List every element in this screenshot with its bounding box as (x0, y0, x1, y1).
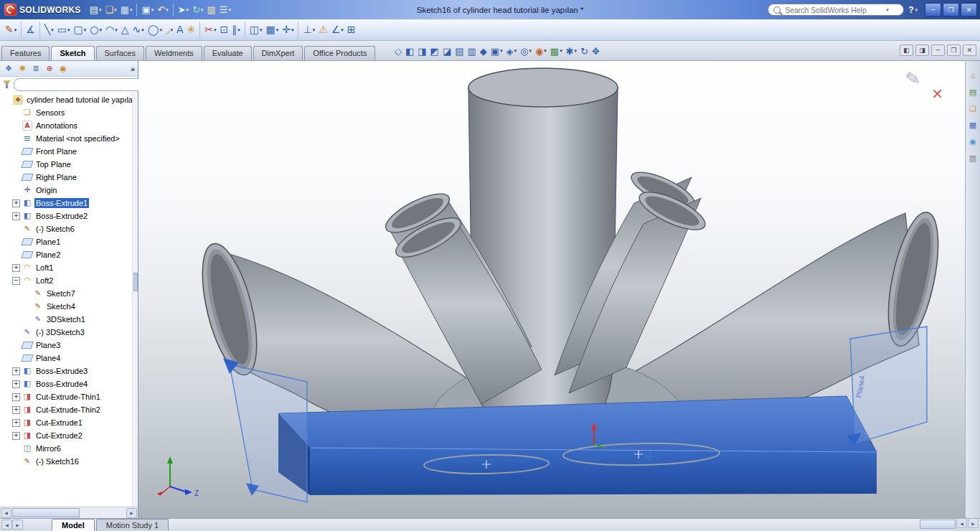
commandmanager-tab[interactable]: Weldments (146, 46, 202, 60)
top-view-button[interactable]: ▤ (453, 43, 465, 59)
toolbar-button[interactable] (173, 4, 174, 17)
tree-item-label[interactable]: Plane4 (34, 353, 62, 363)
commandmanager-tab[interactable]: Evaluate (204, 46, 252, 60)
help-caret-icon[interactable]: ▾ (915, 7, 918, 13)
dimxpertmanager-tab-icon[interactable]: ⊕ (44, 63, 55, 75)
dropdown-caret-icon[interactable]: ▾ (544, 48, 547, 54)
tree-item-label[interactable]: Boss-Extrude1 (34, 198, 89, 208)
commandmanager-tab[interactable]: Features (1, 46, 50, 60)
tree-expand-icon[interactable] (12, 419, 20, 427)
tree-item-label[interactable]: Front Plane (34, 146, 78, 156)
tree-item[interactable]: Front Plane (0, 145, 138, 158)
right-reference-plane[interactable]: Plane4 (847, 326, 927, 446)
pan-button[interactable]: ✥ (590, 43, 601, 59)
tab-scroll-right-button[interactable]: ▶ (12, 520, 23, 530)
circle-tool[interactable]: ○ ▾ (88, 22, 103, 39)
design-library-icon[interactable]: ▤ (967, 86, 979, 98)
tree-item[interactable]: 3DSketch1 (0, 313, 138, 326)
trim-entities-tool[interactable]: ✂ ▾ (203, 22, 217, 39)
tree-item[interactable]: Boss-Extrude2 (0, 210, 138, 222)
open-button[interactable]: ❏ ▾ (103, 2, 118, 17)
view-settings-button[interactable]: ✱ ▾ (565, 43, 578, 59)
dropdown-caret-icon[interactable]: ▾ (99, 27, 102, 33)
bottom-view-button[interactable]: ▥ (466, 43, 477, 59)
tree-item-label[interactable]: Loft1 (34, 263, 55, 273)
sketch-tool-button[interactable] (39, 22, 40, 39)
dropdown-caret-icon[interactable]: ▾ (229, 7, 232, 13)
exit-sketch-tool[interactable]: ✎ ▾ (4, 22, 18, 39)
tree-item[interactable]: (-) Sketch16 (0, 455, 138, 468)
custom-properties-icon[interactable]: ▥ (967, 152, 979, 164)
tab-scroll-left-button[interactable]: ◀ (1, 520, 12, 530)
dropdown-caret-icon[interactable]: ▾ (560, 48, 562, 54)
dropdown-caret-icon[interactable]: ▾ (291, 27, 294, 33)
sketch-tool-button[interactable] (298, 22, 298, 39)
apply-scene-button[interactable]: ▩ ▾ (549, 43, 564, 59)
tree-vertical-scrollbar[interactable] (132, 92, 138, 507)
dropdown-caret-icon[interactable]: ▾ (67, 27, 70, 33)
dropdown-caret-icon[interactable]: ▾ (166, 7, 169, 13)
dropdown-caret-icon[interactable]: ▾ (514, 48, 517, 54)
commandmanager-tab[interactable]: Sketch (51, 46, 94, 60)
centerpoint-arc-tool[interactable]: ◠ ▾ (104, 22, 119, 39)
propertymanager-tab-icon[interactable]: ✱ (17, 63, 28, 75)
mirror-entities-tool[interactable]: ◫ ▾ (248, 22, 264, 39)
tree-expand-icon[interactable] (12, 367, 20, 375)
tree-item-label[interactable]: cylinder head tutorial ile yapılan (25, 95, 138, 105)
offset-entities-tool[interactable]: ∥ ▾ (230, 22, 242, 39)
select-button[interactable]: ➤ ▾ (176, 2, 190, 17)
tree-item-label[interactable]: Plane3 (34, 340, 62, 350)
bottom-scroll-left-button[interactable]: ◀ (956, 518, 967, 528)
tree-item-label[interactable]: (-) Sketch6 (34, 224, 76, 234)
dropdown-caret-icon[interactable]: ▾ (187, 7, 189, 13)
left-view-button[interactable]: ◩ (429, 43, 440, 59)
solidworks-resources-icon[interactable]: ⌂ (967, 70, 979, 81)
minimize-document-button[interactable]: ─ (931, 44, 945, 56)
rotate-view-button[interactable]: ↻ (579, 43, 590, 59)
panel-scroll-left-button[interactable]: ◀ (1, 508, 11, 518)
tree-item-label[interactable]: Boss-Extrude2 (34, 211, 89, 221)
dropdown-caret-icon[interactable]: ▾ (159, 27, 162, 33)
dropdown-caret-icon[interactable]: ▾ (141, 27, 144, 33)
search-dropdown-caret-icon[interactable]: ▾ (886, 7, 889, 13)
tree-item[interactable]: Material <not specified> (0, 132, 138, 145)
tree-item[interactable]: Cut-Extrude1 (0, 416, 138, 429)
dropdown-caret-icon[interactable]: ▾ (114, 7, 117, 13)
dropdown-caret-icon[interactable]: ▾ (500, 48, 503, 54)
dropdown-caret-icon[interactable]: ▾ (84, 27, 87, 33)
tree-item-label[interactable]: Cut-Extrude-Thin2 (34, 405, 102, 415)
tree-item-label[interactable]: (-) 3DSketch3 (34, 327, 86, 337)
display-style-button[interactable]: ◈ ▾ (505, 43, 519, 59)
panel-more-chevron-icon[interactable]: » (131, 65, 135, 73)
dropdown-caret-icon[interactable]: ▾ (341, 27, 344, 33)
dropdown-caret-icon[interactable]: ▾ (151, 7, 154, 13)
displaymanager-tab-icon[interactable]: ◉ (57, 63, 69, 75)
graphics-viewport[interactable]: Plane4 Z ✎ ✕ (138, 61, 965, 518)
edit-appearance-button[interactable]: ◉ ▾ (534, 43, 548, 59)
tree-item-label[interactable]: Sketch4 (45, 301, 77, 311)
tree-item-label[interactable]: Material <not specified> (34, 133, 121, 144)
tree-item[interactable]: Boss-Extrude4 (0, 377, 138, 390)
tree-item[interactable]: Sensors (0, 106, 138, 119)
tree-item[interactable]: Plane3 (0, 339, 138, 352)
bottom-horizontal-scrollbar[interactable]: ◀ ▶ (920, 518, 979, 531)
tree-item-label[interactable]: Cut-Extrude-Thin1 (34, 392, 102, 402)
dropdown-caret-icon[interactable]: ▾ (14, 27, 17, 33)
tree-item[interactable]: Top Plane (0, 158, 138, 171)
dropdown-caret-icon[interactable]: ▾ (260, 27, 263, 33)
commandmanager-tab[interactable]: Surfaces (96, 46, 144, 60)
tree-item-label[interactable]: Annotations (34, 121, 79, 131)
model-3d-view[interactable]: Plane4 Z (138, 61, 965, 518)
panel-horizontal-scrollbar[interactable]: ◀ ▶ (0, 507, 138, 518)
tree-expand-icon[interactable] (12, 212, 20, 220)
tree-item[interactable]: Boss-Extrude1 (0, 197, 138, 210)
new-button[interactable]: ▤ ▾ (88, 2, 103, 17)
dropdown-caret-icon[interactable]: ▾ (130, 7, 133, 13)
close-sketch-icon[interactable]: ✕ (931, 85, 943, 103)
front-view-button[interactable]: ◧ (404, 43, 415, 59)
panel-scroll-right-button[interactable]: ▶ (126, 508, 137, 518)
linear-sketch-pattern-tool[interactable]: ▦ ▾ (264, 22, 280, 39)
model-tab[interactable]: Model (52, 519, 95, 531)
tree-expand-icon[interactable] (12, 199, 20, 207)
tree-item-label[interactable]: Cut-Extrude2 (34, 431, 84, 441)
